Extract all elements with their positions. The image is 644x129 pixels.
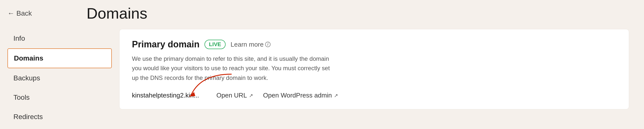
content-area: Primary domain LIVE Learn more i We use … bbox=[112, 26, 636, 127]
sidebar-item-backups[interactable]: Backups bbox=[8, 69, 112, 88]
domain-row: kinstahelptesting2.kin... Open URL ↗ Ope… bbox=[132, 92, 616, 99]
sidebar-item-label: Domains bbox=[14, 54, 43, 62]
open-url-link[interactable]: Open URL ↗ bbox=[216, 92, 253, 99]
sidebar-item-label: Info bbox=[14, 34, 25, 42]
primary-domain-card: Primary domain LIVE Learn more i We use … bbox=[119, 29, 629, 109]
learn-more-link[interactable]: Learn more i bbox=[230, 41, 270, 48]
back-label: Back bbox=[16, 9, 32, 17]
card-description: We use the primary domain to refer to th… bbox=[132, 54, 336, 83]
info-circle-icon: i bbox=[265, 42, 270, 47]
back-arrow-icon: ← bbox=[8, 9, 14, 17]
open-wp-admin-label: Open WordPress admin bbox=[263, 92, 332, 99]
sidebar: Info Domains Backups Tools Redirects bbox=[8, 26, 112, 127]
sidebar-item-label: Tools bbox=[14, 94, 30, 101]
external-link-icon: ↗ bbox=[334, 93, 338, 99]
domain-name: kinstahelptesting2.kin... bbox=[132, 92, 202, 99]
open-wp-admin-link[interactable]: Open WordPress admin ↗ bbox=[263, 92, 338, 99]
sidebar-item-info[interactable]: Info bbox=[8, 29, 112, 48]
external-link-icon: ↗ bbox=[249, 93, 253, 99]
card-title: Primary domain bbox=[132, 39, 200, 50]
sidebar-item-label: Redirects bbox=[14, 113, 43, 121]
sidebar-item-label: Backups bbox=[14, 74, 40, 82]
page-title: Domains bbox=[86, 4, 147, 22]
card-header: Primary domain LIVE Learn more i bbox=[132, 39, 616, 50]
sidebar-item-redirects[interactable]: Redirects bbox=[8, 108, 112, 126]
open-url-label: Open URL bbox=[216, 92, 247, 99]
sidebar-item-domains[interactable]: Domains bbox=[8, 48, 112, 68]
live-badge: LIVE bbox=[204, 40, 226, 49]
back-button[interactable]: ← Back bbox=[8, 9, 32, 17]
domain-actions: Open URL ↗ Open WordPress admin ↗ bbox=[216, 92, 338, 99]
sidebar-item-tools[interactable]: Tools bbox=[8, 88, 112, 107]
learn-more-label: Learn more bbox=[230, 41, 264, 48]
main-content: Info Domains Backups Tools Redirects Pri… bbox=[0, 26, 644, 129]
top-bar: ← Back Domains bbox=[0, 0, 644, 26]
